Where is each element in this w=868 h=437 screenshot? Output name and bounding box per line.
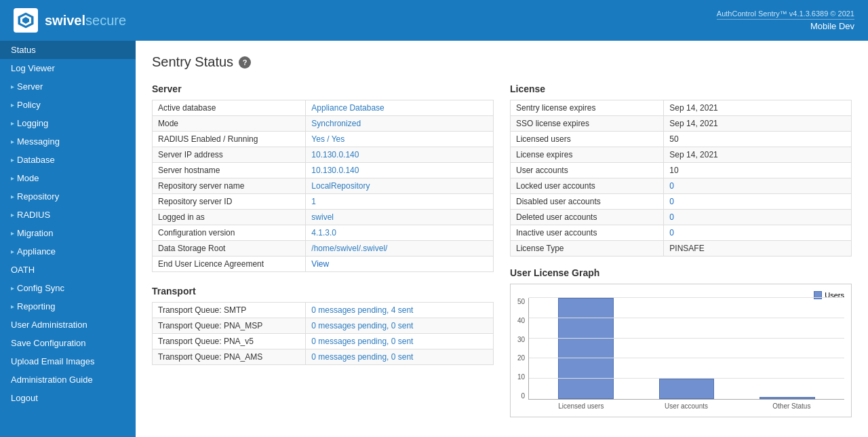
sidebar-item-save-configuration[interactable]: Save Configuration	[0, 334, 136, 352]
chevron-right-icon: ▸	[11, 193, 14, 200]
sidebar-item-migration[interactable]: ▸Migration	[0, 224, 136, 242]
sidebar-item-server[interactable]: ▸Server	[0, 77, 136, 96]
row-label: RADIUS Enabled / Running	[153, 132, 306, 147]
row-label: Active database	[153, 100, 306, 116]
chevron-right-icon: ▸	[11, 174, 14, 182]
table-row: Repository server ID1	[153, 194, 494, 210]
row-value: 0 messages pending, 0 sent	[306, 349, 494, 365]
table-row: Transport Queue: SMTP0 messages pending,…	[153, 303, 494, 318]
chart-bar	[760, 397, 815, 399]
logo-swivel: swivel	[45, 13, 85, 28]
row-value[interactable]: View	[306, 256, 494, 272]
row-label: Configuration version	[153, 225, 306, 241]
sidebar-item-messaging[interactable]: ▸Messaging	[0, 132, 136, 151]
chevron-right-icon: ▸	[11, 156, 14, 164]
sidebar-item-logout[interactable]: Logout	[0, 389, 136, 407]
row-value: 0 messages pending, 4 sent	[306, 303, 494, 318]
chart-y-axis: 50403020100	[517, 298, 528, 400]
sidebar-item-label: Config Sync	[17, 283, 64, 293]
table-row: Deleted user accounts0	[511, 210, 852, 225]
row-value: 4.1.3.0	[306, 225, 494, 241]
sidebar-item-label: Upload Email Images	[11, 356, 95, 366]
chevron-right-icon: ▸	[11, 138, 14, 145]
chart-x-label: User accounts	[633, 400, 738, 410]
sidebar-item-administration-guide[interactable]: Administration Guide	[0, 370, 136, 389]
logo-icon	[14, 8, 38, 33]
sidebar-item-repository[interactable]: ▸Repository	[0, 187, 136, 206]
chart-group	[737, 298, 837, 399]
chevron-right-icon: ▸	[11, 211, 14, 218]
graph-title: User License Graph	[510, 267, 852, 278]
sidebar-item-label: Reporting	[17, 301, 55, 311]
help-icon[interactable]: ?	[239, 56, 251, 69]
chart-group	[536, 298, 636, 399]
license-table: Sentry license expiresSep 14, 2021SSO li…	[510, 100, 852, 256]
table-row: Disabled user accounts0	[511, 194, 852, 210]
row-label: Repository server ID	[153, 194, 306, 210]
sidebar-item-label: Repository	[17, 191, 59, 202]
row-label: Transport Queue: PNA_v5	[153, 334, 306, 349]
sidebar-item-log-viewer[interactable]: Log Viewer	[0, 59, 136, 77]
sidebar-item-label: Logging	[17, 118, 48, 128]
sidebar-item-label: OATH	[11, 265, 35, 275]
sidebar-item-label: Server	[17, 81, 43, 92]
table-row: ModeSynchronized	[153, 116, 494, 132]
table-row: Active databaseAppliance Database	[153, 100, 494, 116]
row-label: License expires	[511, 147, 664, 163]
graph-container: Users 50403020100 Licensed usersUser acc…	[510, 284, 852, 417]
sidebar-item-label: Status	[11, 45, 36, 55]
sidebar-item-oath[interactable]: OATH	[0, 261, 136, 279]
row-value: 10	[664, 163, 852, 178]
row-label: Logged in as	[153, 210, 306, 225]
row-value: 10.130.0.140	[306, 147, 494, 163]
logo-area: swivelsecure	[14, 8, 126, 33]
row-value: 1	[306, 194, 494, 210]
sidebar-item-appliance[interactable]: ▸Appliance	[0, 242, 136, 261]
row-label: Transport Queue: SMTP	[153, 303, 306, 318]
chevron-right-icon: ▸	[11, 229, 14, 237]
row-label: Deleted user accounts	[511, 210, 664, 225]
page-title: Sentry Status ?	[152, 54, 852, 70]
row-value[interactable]: 0	[664, 178, 852, 194]
sidebar-item-label: Mode	[17, 173, 39, 183]
sidebar-item-label: Policy	[17, 100, 41, 110]
header-right: AuthControl Sentry™ v4.1.3.6389 © 2021 M…	[717, 10, 854, 31]
row-value[interactable]: 0	[664, 194, 852, 210]
row-label: Repository server name	[153, 178, 306, 194]
sidebar-item-policy[interactable]: ▸Policy	[0, 96, 136, 114]
table-row: Transport Queue: PNA_AMS0 messages pendi…	[153, 349, 494, 365]
table-row: Licensed users50	[511, 132, 852, 147]
sidebar-item-status[interactable]: Status	[0, 41, 136, 59]
row-value: 10.130.0.140	[306, 163, 494, 178]
sidebar-item-config-sync[interactable]: ▸Config Sync	[0, 279, 136, 297]
chart-area	[528, 298, 844, 400]
row-value: Synchronized	[306, 116, 494, 132]
row-label: Disabled user accounts	[511, 194, 664, 210]
row-value[interactable]: 0	[664, 225, 852, 241]
transport-section: Transport Transport Queue: SMTP0 message…	[152, 286, 494, 365]
chevron-right-icon: ▸	[11, 83, 14, 90]
sidebar-item-upload-email-images[interactable]: Upload Email Images	[0, 352, 136, 370]
row-label: Locked user accounts	[511, 178, 664, 194]
graph-section: User License Graph Users 50403020100 Lic…	[510, 267, 852, 417]
sidebar-item-radius[interactable]: ▸RADIUS	[0, 206, 136, 224]
sidebar-item-logging[interactable]: ▸Logging	[0, 114, 136, 132]
row-label: Licensed users	[511, 132, 664, 147]
chevron-right-icon: ▸	[11, 284, 14, 292]
server-section-title: Server	[152, 83, 494, 94]
sidebar-item-mode[interactable]: ▸Mode	[0, 169, 136, 187]
row-label: User accounts	[511, 163, 664, 178]
sidebar-item-label: Administration Guide	[11, 375, 93, 385]
row-label: Transport Queue: PNA_AMS	[153, 349, 306, 365]
y-axis-label: 40	[517, 317, 525, 324]
sidebar-item-user-administration[interactable]: User Administration	[0, 316, 136, 334]
sidebar-item-database[interactable]: ▸Database	[0, 151, 136, 169]
sidebar-item-reporting[interactable]: ▸Reporting	[0, 297, 136, 316]
chart-x-label: Licensed users	[528, 400, 633, 410]
row-value: Yes / Yes	[306, 132, 494, 147]
row-value[interactable]: 0	[664, 210, 852, 225]
row-label: Transport Queue: PNA_MSP	[153, 318, 306, 334]
table-row: Configuration version4.1.3.0	[153, 225, 494, 241]
y-axis-label: 20	[517, 354, 525, 362]
row-label: SSO license expires	[511, 116, 664, 132]
